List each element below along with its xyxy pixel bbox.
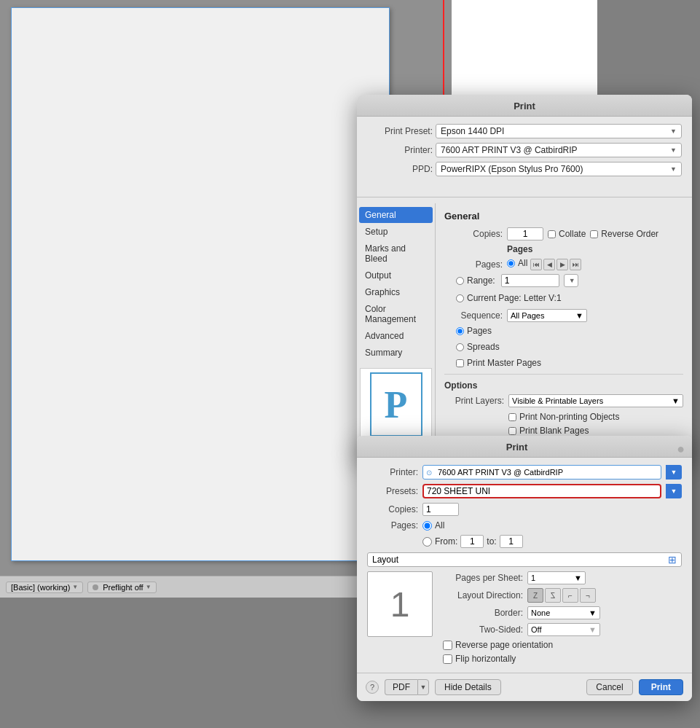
- border-value: None: [531, 608, 550, 617]
- general-section-title: General: [444, 211, 683, 222]
- print-button[interactable]: Print: [639, 679, 683, 695]
- print-layers-select[interactable]: Visible & Printable Layers ▼: [508, 394, 683, 407]
- sidebar-item-marks-bleed[interactable]: Marks and Bleed: [359, 240, 433, 267]
- sidebar-item-graphics[interactable]: Graphics: [359, 284, 433, 300]
- range-arrow-btn[interactable]: ▼: [564, 274, 578, 287]
- spreads-radio-label: Spreads: [456, 342, 500, 352]
- page-nav-buttons: ⏮ ◀ ▶ ⏭: [530, 259, 581, 270]
- print-preset-select[interactable]: Epson 1440 DPI ▼: [436, 124, 682, 138]
- lower-pages-all-group: All: [422, 520, 444, 531]
- current-page-row: Current Page: Letter V:1: [444, 293, 683, 305]
- action-bar: ? PDF ▼ Hide Details Cancel Print: [357, 673, 692, 701]
- preflight-badge[interactable]: Preflight off ▼: [87, 582, 156, 593]
- upper-dialog-title: Print: [357, 95, 692, 117]
- pages-radio-row: Pages: [444, 326, 683, 338]
- lower-printer-arrow-btn[interactable]: ▼: [666, 465, 682, 480]
- reverse-orientation-row: Reverse page orientation: [443, 640, 682, 650]
- lower-dialog-title: Print ●: [357, 436, 692, 458]
- collate-label: Collate: [559, 229, 586, 239]
- print-blank-pages-checkbox[interactable]: [508, 427, 516, 435]
- lower-from-input[interactable]: [460, 535, 484, 548]
- help-button[interactable]: ?: [366, 681, 379, 694]
- range-input[interactable]: [501, 274, 559, 287]
- printer-select[interactable]: 7600 ART PRINT V3 @ CatbirdRIP ▼: [436, 143, 682, 157]
- lower-presets-arrow-btn[interactable]: ▼: [666, 484, 682, 498]
- collate-checkbox[interactable]: [548, 230, 556, 238]
- page-preview: [11, 7, 390, 561]
- dir-btn-n-right[interactable]: ¬: [580, 588, 596, 603]
- pdf-arrow-button[interactable]: ▼: [417, 679, 429, 695]
- sidebar-item-setup[interactable]: Setup: [359, 224, 433, 240]
- print-master-pages-checkbox[interactable]: [456, 359, 464, 367]
- lower-presets-row: Presets: 720 SHEET UNI ▼: [367, 484, 682, 498]
- reverse-orientation-checkbox[interactable]: [443, 641, 452, 650]
- border-row: Border: None ▼: [443, 606, 682, 619]
- lower-from-radio[interactable]: [422, 537, 432, 547]
- lower-to-input[interactable]: [500, 535, 523, 548]
- range-label: Range:: [467, 275, 495, 286]
- lower-all-radio[interactable]: [422, 521, 432, 531]
- hide-details-button[interactable]: Hide Details: [435, 679, 501, 695]
- layout-blue-arrow-icon: ⊞: [668, 554, 677, 565]
- cancel-button[interactable]: Cancel: [586, 679, 632, 695]
- lower-presets-select[interactable]: 720 SHEET UNI: [422, 484, 661, 498]
- dir-btn-s[interactable]: Z: [545, 588, 561, 603]
- printer-arrow-icon: ▼: [670, 146, 677, 154]
- next-page-btn[interactable]: ▶: [557, 259, 568, 270]
- lower-printer-select[interactable]: ⊙ 7600 ART PRINT V3 @ CatbirdRIP: [422, 465, 661, 480]
- preview-p-letter: P: [370, 372, 422, 437]
- lower-pages-label: Pages:: [367, 520, 418, 531]
- lower-copies-label: Copies:: [367, 504, 418, 514]
- pdf-button[interactable]: PDF: [385, 679, 417, 695]
- print-master-pages-checkbox-label: Print Master Pages: [456, 358, 541, 368]
- page-thumbnail-preview: P: [360, 368, 432, 441]
- reverse-order-checkbox[interactable]: [590, 230, 598, 238]
- spreads-radio[interactable]: [456, 343, 464, 351]
- sidebar-item-general[interactable]: General: [359, 207, 433, 223]
- all-radio[interactable]: [507, 259, 515, 267]
- prev-page-btn[interactable]: ◀: [543, 259, 555, 270]
- lower-copies-input[interactable]: [422, 503, 459, 516]
- sidebar-item-advanced[interactable]: Advanced: [359, 328, 433, 344]
- dir-btn-z[interactable]: Z: [527, 588, 543, 603]
- current-page-label: Current Page: Letter V:1: [467, 293, 562, 303]
- border-arrow-icon: ▼: [589, 608, 597, 617]
- upper-dialog-content: Print Preset: Epson 1440 DPI ▼ Printer: …: [357, 117, 692, 191]
- layout-preview-area: 1 Pages per Sheet: 1 ▼ Layout Direction:…: [367, 571, 682, 664]
- close-icon[interactable]: ●: [677, 442, 685, 457]
- current-page-radio[interactable]: [456, 294, 464, 302]
- pages-layout-radio[interactable]: [456, 327, 464, 335]
- lower-all-text: All: [435, 520, 444, 531]
- two-sided-value: Off: [531, 625, 541, 634]
- current-page-radio-label: Current Page: Letter V:1: [456, 293, 562, 303]
- border-select[interactable]: None ▼: [527, 606, 600, 619]
- sequence-label: Sequence:: [444, 310, 503, 321]
- pages-per-sheet-label: Pages per Sheet:: [443, 573, 523, 583]
- print-non-printing-checkbox[interactable]: [508, 413, 516, 421]
- print-preset-label: Print Preset:: [367, 126, 433, 136]
- last-page-btn[interactable]: ⏭: [570, 259, 581, 270]
- two-sided-select[interactable]: Off ▼: [527, 623, 600, 636]
- sequence-select[interactable]: All Pages ▼: [507, 309, 587, 322]
- flip-horizontally-checkbox[interactable]: [443, 654, 452, 664]
- print-dialog-lower: Print ● Printer: ⊙ 7600 ART PRINT V3 @ C…: [357, 436, 692, 701]
- sidebar-item-output[interactable]: Output: [359, 267, 433, 283]
- print-non-printing-text: Print Non-printing Objects: [519, 412, 619, 422]
- collate-checkbox-label: Collate: [548, 229, 586, 239]
- sidebar-item-summary[interactable]: Summary: [359, 345, 433, 361]
- preset-badge[interactable]: [Basic] (working) ▼: [6, 582, 83, 593]
- range-radio[interactable]: [456, 277, 464, 285]
- layout-options: Pages per Sheet: 1 ▼ Layout Direction: Z…: [443, 571, 682, 664]
- pages-per-sheet-select[interactable]: 1 ▼: [527, 571, 586, 584]
- print-preset-row: Print Preset: Epson 1440 DPI ▼: [367, 124, 682, 138]
- dir-btn-n-left[interactable]: ⌐: [562, 588, 578, 603]
- lower-printer-label: Printer:: [367, 467, 418, 477]
- options-title: Options: [444, 380, 477, 391]
- lower-layout-select[interactable]: Layout ⊞: [367, 552, 682, 567]
- ppd-select[interactable]: PowerRIPX (Epson Stylus Pro 7600) ▼: [436, 162, 682, 176]
- lower-printer-value: 7600 ART PRINT V3 @ CatbirdRIP: [438, 468, 563, 477]
- copies-input[interactable]: [507, 227, 543, 240]
- first-page-btn[interactable]: ⏮: [530, 259, 542, 270]
- sidebar-item-color-management[interactable]: Color Management: [359, 301, 433, 327]
- printer-label: Printer:: [367, 145, 433, 155]
